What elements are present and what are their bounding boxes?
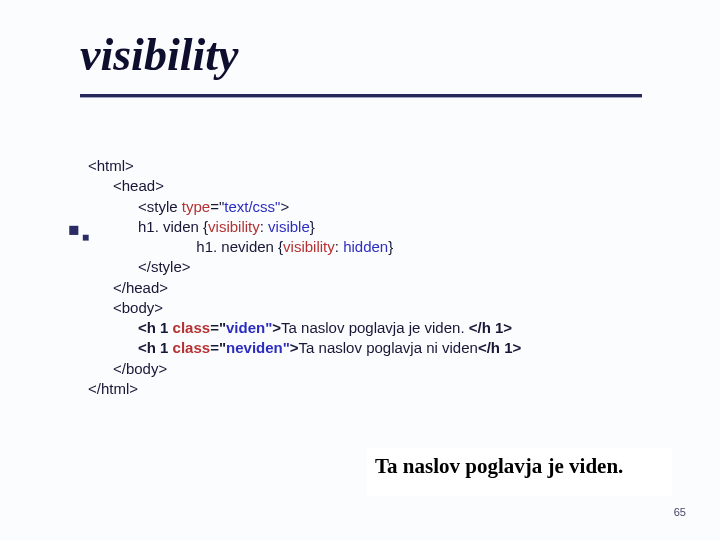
attr-value: neviden" bbox=[226, 339, 290, 356]
code-text: Ta naslov poglavja je viden. bbox=[281, 319, 469, 336]
code-text: =" bbox=[210, 319, 226, 336]
code-line: <head> bbox=[88, 177, 164, 194]
attr-name: class bbox=[173, 339, 211, 356]
css-val: hidden bbox=[343, 238, 388, 255]
title-underline-shadow bbox=[80, 97, 642, 98]
code-line: <style bbox=[88, 198, 182, 215]
bullet-icon: ◼ bbox=[68, 221, 78, 231]
code-text: > bbox=[280, 198, 289, 215]
code-text: =" bbox=[210, 198, 224, 215]
code-text: : bbox=[260, 218, 268, 235]
code-block: <html> <head> <style type="text/css"> h1… bbox=[88, 156, 521, 399]
code-line: <body> bbox=[88, 299, 163, 316]
attr-value: text/css" bbox=[224, 198, 280, 215]
css-prop: visibility bbox=[208, 218, 260, 235]
css-val: visible bbox=[268, 218, 310, 235]
css-prop: visibility bbox=[283, 238, 335, 255]
code-line: </body> bbox=[88, 360, 167, 377]
code-line: h1. viden { bbox=[88, 218, 208, 235]
rendered-output: Ta naslov poglavja je viden. bbox=[367, 448, 672, 496]
code-text: > bbox=[290, 339, 299, 356]
output-text: Ta naslov poglavja je viden. bbox=[375, 454, 623, 479]
code-line: h1. neviden { bbox=[88, 238, 283, 255]
code-text: </h 1> bbox=[469, 319, 512, 336]
code-text: } bbox=[388, 238, 393, 255]
code-line: <h 1 bbox=[88, 319, 173, 336]
code-text: : bbox=[335, 238, 343, 255]
attr-name: class bbox=[173, 319, 211, 336]
code-line: <html> bbox=[88, 157, 134, 174]
code-text: > bbox=[272, 319, 281, 336]
code-text: </h 1> bbox=[478, 339, 521, 356]
page-number: 65 bbox=[674, 506, 686, 518]
slide: visibility ◼ ◼ <html> <head> <style type… bbox=[0, 0, 720, 540]
attr-name: type bbox=[182, 198, 210, 215]
code-text: Ta naslov poglavja ni viden bbox=[299, 339, 478, 356]
code-text: } bbox=[310, 218, 315, 235]
code-line: <h 1 bbox=[88, 339, 173, 356]
code-line: </head> bbox=[88, 279, 168, 296]
code-line: </html> bbox=[88, 380, 138, 397]
code-line: </style> bbox=[88, 258, 191, 275]
attr-value: viden" bbox=[226, 319, 272, 336]
code-text: =" bbox=[210, 339, 226, 356]
slide-title: visibility bbox=[80, 28, 238, 81]
